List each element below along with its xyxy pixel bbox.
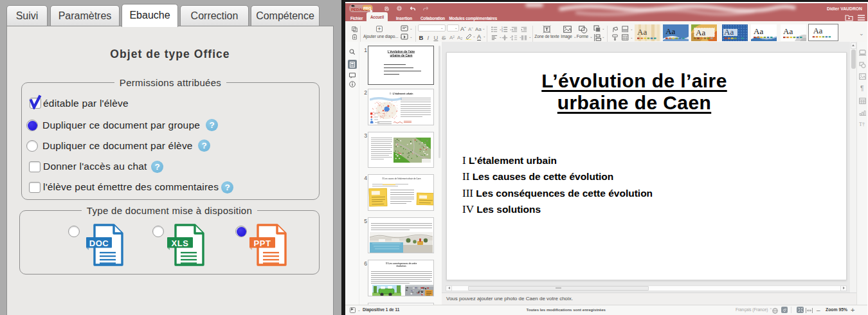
svg-text:Aa: Aa xyxy=(813,26,822,35)
svg-text:DOC: DOC xyxy=(89,239,109,248)
svg-text:Aa: Aa xyxy=(783,26,793,36)
svg-text:PPT: PPT xyxy=(254,239,271,248)
svg-text:Aa: Aa xyxy=(724,27,734,37)
svg-text:Aa: Aa xyxy=(754,26,763,36)
svg-text:3: 3 xyxy=(502,30,503,32)
svg-text:Aa: Aa xyxy=(665,26,675,36)
svg-text:XLS: XLS xyxy=(172,239,189,248)
svg-text:Aa: Aa xyxy=(637,27,647,37)
svg-text:T†: T† xyxy=(859,122,865,127)
svg-text:Aa: Aa xyxy=(696,28,705,37)
